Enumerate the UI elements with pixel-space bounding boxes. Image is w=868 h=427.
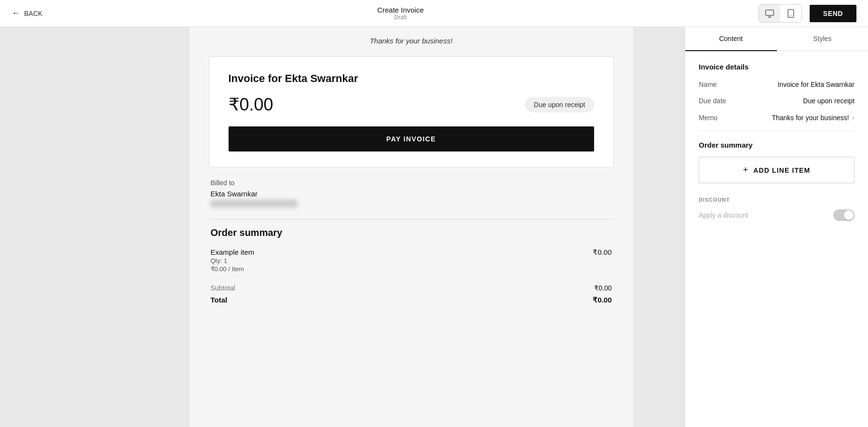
invoice-details-title: Invoice details (699, 63, 854, 71)
desktop-view-button[interactable] (759, 5, 780, 22)
send-button[interactable]: SEND (810, 5, 856, 22)
pay-invoice-button[interactable]: PAY INVOICE (229, 126, 594, 152)
mobile-icon (786, 9, 796, 18)
main-layout: Thanks for your business! Invoice for Ek… (0, 27, 868, 427)
memo-value[interactable]: Thanks for your business! › (772, 113, 854, 122)
invoice-amount: ₹0.00 (229, 95, 273, 115)
svg-rect-3 (788, 9, 794, 17)
invoice-wrapper: Thanks for your business! Invoice for Ek… (190, 27, 633, 427)
center-preview: Thanks for your business! Invoice for Ek… (137, 27, 685, 427)
panel-section-divider (699, 131, 854, 131)
billed-section: Billed to Ekta Swarnkar (209, 179, 614, 207)
topbar: ← BACK Create Invoice Draft SEND (0, 0, 868, 27)
topbar-center: Create Invoice Draft (377, 6, 424, 21)
total-row: Total ₹0.00 (211, 296, 612, 304)
line-item-name: Example item (211, 248, 255, 256)
name-value: Invoice for Ekta Swarnkar (777, 81, 854, 88)
line-item-details: Example item Qty: 1 ₹0.00 / Item (211, 248, 255, 273)
billed-email-blurred (211, 200, 298, 207)
device-toggle (759, 4, 802, 23)
topbar-right: SEND (759, 4, 856, 23)
total-value: ₹0.00 (593, 296, 611, 304)
back-button[interactable]: ← BACK (12, 8, 42, 18)
left-spacer (0, 27, 137, 427)
memo-arrow-icon: › (852, 113, 854, 122)
invoice-amount-row: ₹0.00 Due upon receipt (229, 95, 594, 115)
invoice-title: Invoice for Ekta Swarnkar (229, 72, 594, 85)
memo-label: Memo (699, 114, 718, 122)
back-arrow-icon: ← (12, 8, 20, 18)
page-title: Create Invoice (377, 6, 424, 14)
subtotal-value: ₹0.00 (594, 284, 611, 292)
plus-icon: + (743, 165, 749, 175)
name-label: Name (699, 81, 717, 88)
section-divider (209, 219, 614, 220)
discount-row: Apply a discount (699, 209, 854, 221)
panel-tabs: Content Styles (685, 27, 868, 51)
page-subtitle: Draft (394, 14, 407, 21)
desktop-icon (765, 9, 774, 18)
order-summary-section: Order summary Example item Qty: 1 ₹0.00 … (209, 227, 614, 304)
line-item: Example item Qty: 1 ₹0.00 / Item ₹0.00 (211, 248, 612, 273)
line-item-qty: Qty: 1 (211, 257, 255, 264)
svg-rect-0 (766, 10, 774, 15)
subtotal-label: Subtotal (211, 284, 235, 292)
right-panel: Content Styles Invoice details Name Invo… (685, 27, 868, 427)
discount-toggle[interactable] (833, 209, 854, 221)
tab-content[interactable]: Content (685, 27, 777, 51)
order-summary-panel-title: Order summary (699, 141, 854, 149)
back-label: BACK (24, 10, 42, 17)
add-line-item-button[interactable]: + ADD LINE ITEM (699, 157, 854, 183)
panel-body: Invoice details Name Invoice for Ekta Sw… (685, 51, 868, 427)
due-date-label: Due date (699, 97, 726, 105)
discount-apply-text: Apply a discount (699, 211, 748, 219)
detail-row-name: Name Invoice for Ekta Swarnkar (699, 81, 854, 88)
due-date-value: Due upon receipt (803, 97, 854, 105)
discount-section: DISCOUNT Apply a discount (699, 197, 854, 221)
order-summary-title: Order summary (211, 227, 612, 238)
tab-styles[interactable]: Styles (777, 27, 868, 51)
total-label: Total (211, 296, 228, 304)
invoice-card: Invoice for Ekta Swarnkar ₹0.00 Due upon… (209, 56, 614, 167)
billed-name: Ekta Swarnkar (211, 190, 612, 198)
line-item-total: ₹0.00 (593, 248, 611, 257)
add-line-item-label: ADD LINE ITEM (753, 166, 810, 174)
due-badge: Due upon receipt (525, 97, 594, 112)
billed-to-label: Billed to (211, 179, 612, 187)
toggle-knob (844, 210, 854, 220)
mobile-view-button[interactable] (780, 5, 801, 22)
subtotal-row: Subtotal ₹0.00 (211, 280, 612, 292)
discount-section-label: DISCOUNT (699, 197, 854, 203)
detail-row-due-date: Due date Due upon receipt (699, 97, 854, 105)
thanks-text: Thanks for your business! (209, 37, 614, 45)
line-item-price-per: ₹0.00 / Item (211, 265, 255, 273)
detail-row-memo[interactable]: Memo Thanks for your business! › (699, 113, 854, 122)
